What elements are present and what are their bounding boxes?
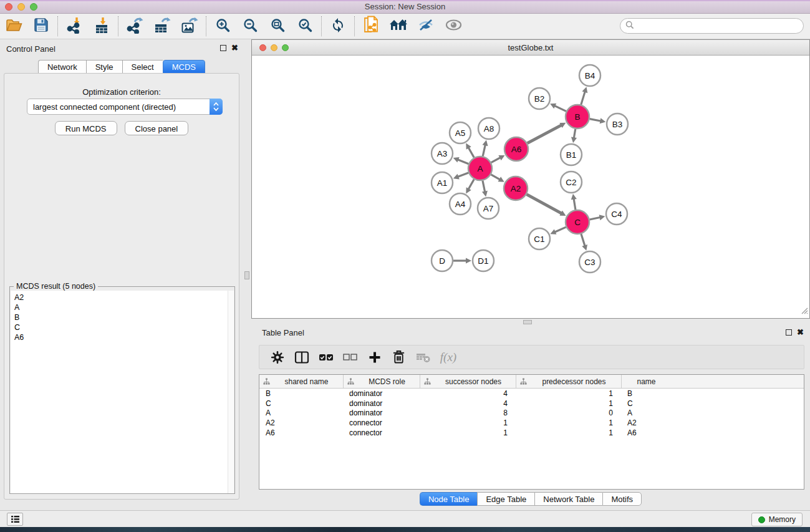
task-history-button[interactable] — [7, 513, 23, 526]
mcds-result-list[interactable]: A2ABCA6 — [11, 291, 228, 493]
cell-predecessor-nodes[interactable]: 1 — [516, 389, 621, 398]
cell-MCDS-role[interactable]: connector — [343, 418, 420, 427]
network-window[interactable]: testGlobe.txt B4B2BB3A8A5A6B1A3AA1C2A2A4… — [251, 39, 810, 319]
cell-successor-nodes[interactable]: 4 — [420, 399, 516, 408]
edge-C-C4[interactable] — [590, 217, 601, 220]
cell-shared-name[interactable]: B — [259, 389, 343, 398]
zoom-out-button[interactable] — [236, 15, 264, 37]
edge-C-C2[interactable] — [574, 198, 576, 210]
cell-predecessor-nodes[interactable]: 1 — [516, 428, 621, 437]
cell-name[interactable]: A6 — [621, 428, 671, 437]
tab-node-table[interactable]: Node Table — [420, 492, 478, 506]
hide-glyphs-button[interactable] — [412, 15, 440, 37]
table-row[interactable]: A6connector11A6 — [259, 428, 804, 438]
select-all-button[interactable] — [314, 347, 337, 368]
edge-A-A3[interactable] — [457, 160, 468, 164]
node-table[interactable]: shared nameMCDS rolesuccessor nodesprede… — [259, 374, 804, 490]
import-network-button[interactable] — [60, 15, 88, 37]
cell-shared-name[interactable]: A2 — [259, 418, 343, 427]
window-titlebar[interactable]: Session: New Session — [0, 0, 810, 14]
column-header-predecessor-nodes[interactable]: predecessor nodes — [516, 375, 621, 388]
tab-network-table[interactable]: Network Table — [534, 492, 602, 506]
zoom-selected-button[interactable] — [291, 15, 319, 37]
network-graph[interactable]: B4B2BB3A8A5A6B1A3AA1C2A2A4A7C4CC1C3DD1 — [253, 56, 809, 318]
delete-entries-button[interactable] — [387, 347, 410, 368]
edge-A-A1[interactable] — [457, 173, 468, 177]
panel-splitter-horizontal[interactable] — [251, 319, 810, 324]
cell-name[interactable]: A2 — [621, 418, 671, 427]
cell-shared-name[interactable]: A6 — [259, 428, 343, 437]
cell-predecessor-nodes[interactable]: 1 — [516, 418, 621, 427]
network-document-button[interactable] — [357, 15, 385, 37]
search-input[interactable] — [637, 22, 798, 31]
close-panel-button[interactable]: Close panel — [125, 121, 189, 135]
home-button[interactable] — [385, 15, 412, 37]
edge-A-A5[interactable] — [468, 147, 474, 158]
panel-splitter-vertical[interactable] — [243, 39, 251, 510]
cell-successor-nodes[interactable]: 4 — [420, 389, 516, 398]
splitter-grip[interactable] — [244, 271, 249, 279]
memory-button[interactable]: Memory — [751, 513, 803, 526]
column-header-successor-nodes[interactable]: successor nodes — [420, 375, 516, 388]
cell-MCDS-role[interactable]: dominator — [343, 399, 420, 408]
cell-successor-nodes[interactable]: 1 — [420, 428, 516, 437]
mcds-result-item[interactable]: A6 — [14, 332, 224, 342]
tab-edge-table[interactable]: Edge Table — [477, 492, 534, 506]
cell-successor-nodes[interactable]: 8 — [420, 409, 516, 417]
import-table-button[interactable] — [88, 15, 115, 37]
edge-A-A8[interactable] — [483, 144, 485, 156]
open-session-button[interactable] — [0, 15, 27, 37]
search-box[interactable] — [620, 18, 804, 34]
edge-A-A6[interactable] — [491, 157, 501, 162]
cell-name[interactable]: C — [621, 399, 671, 408]
table-row[interactable]: Cdominator41C — [259, 399, 804, 409]
optimization-criterion-dropdown[interactable]: largest connected component (directed) — [27, 99, 223, 115]
table-row[interactable]: Bdominator41B — [259, 389, 804, 399]
save-session-button[interactable] — [27, 15, 55, 37]
cell-MCDS-role[interactable]: dominator — [343, 389, 420, 398]
column-header-MCDS-role[interactable]: MCDS role — [343, 375, 420, 388]
mcds-result-item[interactable]: C — [14, 322, 224, 332]
cell-name[interactable]: B — [621, 389, 671, 398]
cell-name[interactable]: A — [621, 409, 671, 417]
mcds-result-item[interactable]: A — [14, 302, 224, 312]
cell-MCDS-role[interactable]: dominator — [343, 409, 420, 417]
edge-A-A2[interactable] — [491, 175, 500, 180]
edge-A-A7[interactable] — [483, 181, 485, 193]
export-image-button[interactable] — [176, 15, 203, 37]
export-table-button[interactable] — [148, 15, 176, 37]
edge-B-B1[interactable] — [574, 129, 576, 139]
table-row[interactable]: A2connector11A2 — [259, 418, 804, 428]
tab-style[interactable]: Style — [86, 60, 122, 74]
add-entry-button[interactable] — [363, 347, 386, 368]
column-header-name[interactable]: name — [621, 375, 671, 388]
cell-MCDS-role[interactable]: connector — [343, 428, 420, 437]
refresh-view-button[interactable] — [324, 15, 352, 37]
export-network-button[interactable] — [121, 15, 148, 37]
run-mcds-button[interactable]: Run MCDS — [55, 121, 117, 135]
edge-B-B3[interactable] — [590, 119, 602, 122]
edge-C-C3[interactable] — [581, 234, 585, 246]
edge-A6-B[interactable] — [528, 125, 562, 143]
tab-mcds[interactable]: MCDS — [163, 60, 205, 74]
cell-successor-nodes[interactable]: 1 — [420, 418, 516, 427]
network-canvas[interactable]: B4B2BB3A8A5A6B1A3AA1C2A2A4A7C4CC1C3DD1 — [253, 56, 809, 318]
tab-motifs[interactable]: Motifs — [602, 492, 642, 506]
edge-B-B4[interactable] — [581, 91, 586, 105]
toggle-columns-button[interactable] — [290, 347, 313, 368]
cell-shared-name[interactable]: A — [259, 409, 343, 417]
show-eye-button[interactable] — [440, 15, 467, 37]
resize-grip-icon[interactable] — [800, 306, 808, 317]
table-row[interactable]: Adominator80A — [259, 408, 804, 418]
edge-B-B2[interactable] — [554, 105, 566, 111]
deselect-all-button[interactable] — [339, 347, 362, 368]
zoom-fit-button[interactable] — [264, 15, 291, 37]
float-table-panel-icon[interactable] — [786, 329, 792, 336]
close-table-panel-icon[interactable]: ✖ — [797, 328, 804, 337]
tab-network[interactable]: Network — [38, 60, 86, 74]
network-window-titlebar[interactable]: testGlobe.txt — [252, 40, 809, 56]
delete-table-button[interactable] — [412, 347, 435, 368]
apply-function-button[interactable]: f(x) — [436, 347, 459, 368]
tab-select[interactable]: Select — [122, 60, 163, 74]
float-panel-icon[interactable] — [220, 45, 226, 51]
